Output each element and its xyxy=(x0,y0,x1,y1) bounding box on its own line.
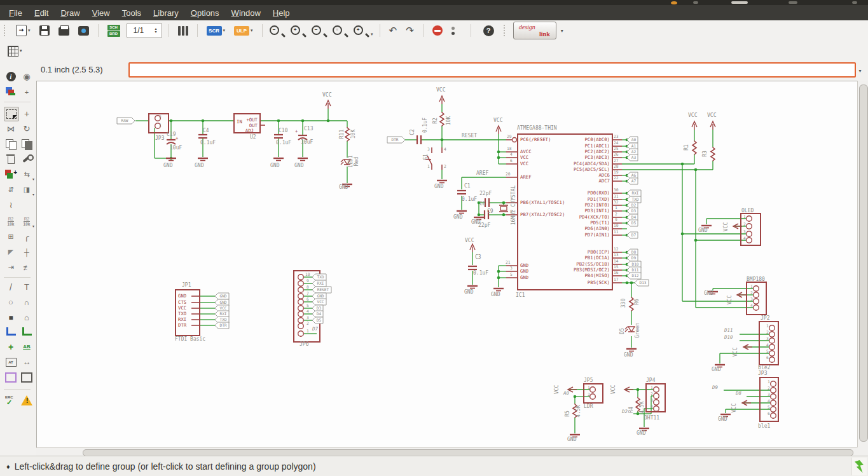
svg-text:GND: GND xyxy=(163,163,173,168)
text-tool-icon[interactable]: T xyxy=(20,280,34,294)
command-input[interactable] xyxy=(128,62,856,78)
sheet-spinner[interactable]: 1/1 ▴▾ xyxy=(127,23,162,38)
mirror-icon[interactable]: ⋈ xyxy=(4,122,18,135)
copy-icon[interactable] xyxy=(4,137,18,151)
warning-icon[interactable]: ! xyxy=(20,394,34,407)
spinner-arrows-icon[interactable]: ▴▾ xyxy=(155,27,159,34)
svg-text:C2: C2 xyxy=(410,129,415,135)
svg-text:29: 29 xyxy=(507,134,512,139)
design-link-dropdown-icon[interactable]: ▾ xyxy=(561,28,563,34)
eye-icon[interactable]: ◉ xyxy=(20,70,34,83)
schematic-canvas[interactable]: A0A1A2A3A6A7RXITXOD2D3D4D5D7D8D9D10D11D1… xyxy=(36,81,857,447)
menu-edit[interactable]: Edit xyxy=(34,8,48,18)
script-button[interactable]: SCR▾ xyxy=(204,23,228,38)
name-icon[interactable]: R210k xyxy=(20,215,34,228)
grid-settings-button[interactable]: ▾ xyxy=(8,43,31,59)
menu-draw[interactable]: Draw xyxy=(60,8,79,18)
svg-text:D10: D10 xyxy=(724,334,733,340)
dimension-tool-icon[interactable]: ↔ xyxy=(20,355,34,369)
save-button[interactable] xyxy=(37,23,52,38)
menu-file[interactable]: File xyxy=(9,8,22,18)
zoom-out-button[interactable]: − xyxy=(311,25,328,37)
vertical-scrollbar[interactable] xyxy=(857,81,868,447)
zoom-redraw-button[interactable]: +▾ xyxy=(353,25,370,37)
paste-icon[interactable] xyxy=(20,137,34,151)
rect-tool-icon[interactable]: ■ xyxy=(4,311,18,324)
miter-fill-icon[interactable]: ◤ xyxy=(4,245,18,259)
svg-text:VCC: VCC xyxy=(520,154,528,160)
svg-text:TXO: TXO xyxy=(317,275,324,279)
toolbar-grip[interactable] xyxy=(504,25,509,36)
menu-help[interactable]: Help xyxy=(273,8,290,18)
group-select-icon[interactable] xyxy=(4,107,19,121)
print-icon xyxy=(59,27,69,36)
polygon-tool-icon[interactable]: ⌂ xyxy=(20,311,34,324)
export-image-button[interactable] xyxy=(76,23,92,38)
svg-text:R2: R2 xyxy=(432,118,438,124)
use-library-button[interactable] xyxy=(176,25,191,36)
bus-tool-icon[interactable] xyxy=(20,325,34,338)
pad-icon[interactable]: ⊞ xyxy=(4,230,18,243)
zoom-select-button[interactable]: ▫ xyxy=(332,25,349,37)
wire-route-icon[interactable]: ⇥ xyxy=(4,261,18,274)
delete-icon[interactable] xyxy=(4,153,18,166)
move-icon[interactable]: + xyxy=(20,107,34,120)
svg-text:PC2(ADC2): PC2(ADC2) xyxy=(584,149,610,154)
svg-text:PD1(TXD): PD1(TXD) xyxy=(588,196,610,202)
menu-options[interactable]: Options xyxy=(191,8,219,18)
undo-button[interactable]: ↶ xyxy=(387,23,400,38)
svg-text:0.1uF: 0.1uF xyxy=(473,270,488,276)
svg-text:8: 8 xyxy=(307,285,309,289)
design-link-button[interactable]: design link xyxy=(513,22,556,39)
menu-tools[interactable]: Tools xyxy=(122,8,141,18)
zoom-in-button[interactable]: + xyxy=(290,25,307,37)
split-icon[interactable]: ≀ xyxy=(4,198,18,212)
command-history-dropdown[interactable]: ▾ xyxy=(855,64,865,78)
toolbar-grip[interactable] xyxy=(4,25,9,36)
erc-icon[interactable]: ERC✓ xyxy=(4,394,18,407)
svg-text:1: 1 xyxy=(615,205,617,210)
svg-text:31: 31 xyxy=(614,194,619,198)
value-icon[interactable]: R210k xyxy=(4,215,18,228)
label-tool-icon[interactable]: AB xyxy=(20,340,34,353)
circle-tool-icon[interactable]: ○ xyxy=(4,296,18,309)
arc-tool-icon[interactable]: ∩ xyxy=(20,296,34,309)
board-switch-button[interactable]: SCH BRD xyxy=(105,23,123,38)
go-button[interactable] xyxy=(449,23,457,38)
help-button[interactable]: ? xyxy=(481,23,497,38)
add-part-icon[interactable]: + xyxy=(4,168,18,181)
mark-origin-icon[interactable]: + xyxy=(20,85,34,99)
display-layers-icon[interactable] xyxy=(4,85,18,99)
vertical-scroll-thumb[interactable] xyxy=(859,85,868,442)
redo-button[interactable]: ↷ xyxy=(403,23,417,38)
frame-dark-icon[interactable] xyxy=(20,371,34,384)
junction-tool-icon[interactable]: + xyxy=(4,340,18,353)
print-button[interactable] xyxy=(56,23,72,38)
smash-icon[interactable]: ◨ xyxy=(20,183,34,196)
svg-text:2: 2 xyxy=(307,321,309,325)
rotate-icon[interactable]: ↻ xyxy=(20,122,34,135)
coordinate-display: 0.1 inch (2.5 5.3) xyxy=(41,65,103,74)
pinswap-icon[interactable]: ⇆ xyxy=(20,168,34,181)
redo-icon: ↷ xyxy=(406,25,414,36)
stop-button[interactable] xyxy=(430,23,445,38)
miter-icon[interactable]: ╭ xyxy=(20,230,34,243)
gateswap-icon[interactable]: ⇵ xyxy=(4,183,18,196)
split-wires-icon[interactable]: ≢ xyxy=(20,261,34,274)
open-button[interactable]: ➞▾ xyxy=(13,23,33,38)
net-tool-icon[interactable] xyxy=(4,325,18,338)
attribute-tool-icon[interactable]: AT xyxy=(4,355,18,369)
zoom-fit-button[interactable]: − xyxy=(269,25,286,37)
info-icon[interactable]: i xyxy=(4,70,18,83)
menu-window[interactable]: Window xyxy=(231,8,261,18)
menu-view[interactable]: View xyxy=(92,8,110,18)
mark-cross-icon[interactable]: ┼ xyxy=(20,245,34,259)
horizontal-scrollbar[interactable] xyxy=(36,447,857,456)
frame-purple-icon[interactable] xyxy=(4,371,18,384)
svg-text:C1: C1 xyxy=(464,183,471,189)
menu-library[interactable]: Library xyxy=(153,8,179,18)
svg-text:JP5: JP5 xyxy=(584,377,593,383)
change-wrench-icon[interactable] xyxy=(20,153,34,166)
ulp-button[interactable]: ULP▾ xyxy=(231,23,256,38)
wire-tool-icon[interactable]: / xyxy=(4,280,18,294)
